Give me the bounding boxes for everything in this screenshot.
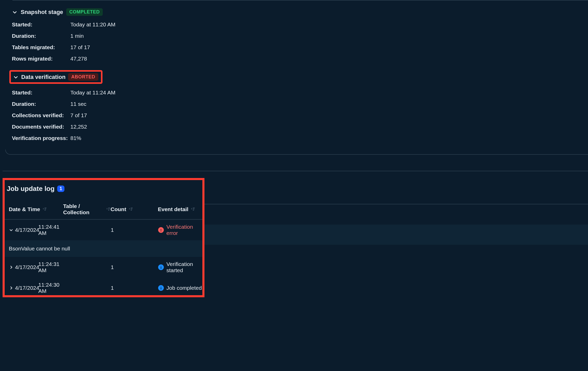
log-table-header: Date & Time Table / Collection Count Eve…: [5, 203, 202, 220]
sort-icon: [106, 207, 111, 212]
row-time: 11:24:30 AM: [38, 282, 67, 294]
svg-rect-3: [108, 208, 110, 208]
chevron-down-icon: [12, 9, 18, 15]
svg-rect-6: [131, 208, 133, 208]
row-event: i Verification started: [158, 261, 202, 273]
tables-migrated-label: Tables migrated:: [12, 44, 70, 50]
row-count: 1: [111, 285, 158, 291]
sort-icon: [190, 207, 195, 212]
row-event: i Job completed: [158, 285, 202, 291]
error-icon: !: [158, 227, 164, 233]
row-time: 11:24:41 AM: [38, 224, 67, 236]
verification-progress-value: 81%: [70, 135, 81, 141]
verification-status-badge: ABORTED: [68, 73, 98, 81]
chevron-right-icon[interactable]: [9, 265, 15, 270]
svg-rect-8: [131, 210, 132, 211]
row-date: 4/17/2024: [15, 227, 38, 233]
row-count: 1: [111, 227, 158, 233]
verification-progress-label: Verification progress:: [12, 135, 70, 141]
tables-migrated-value: 17 of 17: [70, 44, 90, 50]
sort-icon: [42, 207, 47, 212]
column-date-time[interactable]: Date & Time: [9, 206, 63, 212]
started-label: Started:: [12, 21, 70, 28]
svg-rect-2: [45, 210, 46, 211]
svg-rect-4: [108, 209, 110, 210]
log-row[interactable]: 4/17/2024 11:24:41 AM 1 ! Verification e…: [5, 220, 202, 240]
collections-verified-value: 7 of 17: [70, 112, 87, 118]
verification-details: Started: Today at 11:24 AM Duration: 11 …: [12, 90, 588, 141]
column-count[interactable]: Count: [111, 206, 158, 212]
row-expanded-detail: BsonValue cannot be null: [5, 240, 202, 257]
svg-rect-11: [193, 210, 194, 211]
started-value: Today at 11:24 AM: [70, 90, 115, 96]
sort-icon: [128, 207, 133, 212]
documents-verified-label: Documents verified:: [12, 124, 70, 130]
verification-stage-title: Data verification: [21, 74, 65, 80]
duration-value: 1 min: [70, 33, 84, 39]
verification-stage-header[interactable]: Data verification ABORTED: [9, 70, 102, 84]
log-row[interactable]: 4/17/2024 11:24:31 AM 1 i Verification s…: [5, 257, 202, 278]
collections-verified-label: Collections verified:: [12, 112, 70, 118]
job-update-log-section: Job update log 1 Date & Time Table / Col…: [3, 178, 204, 297]
row-count: 1: [111, 264, 158, 270]
info-icon: i: [158, 264, 164, 270]
row-date: 4/17/2024: [15, 264, 38, 270]
duration-value: 11 sec: [70, 101, 86, 107]
column-event-detail[interactable]: Event detail: [158, 206, 202, 212]
svg-rect-9: [193, 208, 195, 208]
row-time: 11:24:31 AM: [38, 261, 67, 273]
snapshot-stage-header[interactable]: Snapshot stage COMPLETED: [12, 8, 588, 16]
duration-label: Duration:: [12, 101, 70, 107]
chevron-down-icon: [13, 74, 19, 80]
svg-rect-10: [193, 209, 194, 210]
duration-label: Duration:: [12, 33, 70, 39]
svg-rect-0: [45, 208, 47, 208]
chevron-right-icon[interactable]: [9, 286, 15, 290]
svg-rect-7: [131, 209, 132, 210]
row-event: ! Verification error: [158, 224, 202, 236]
snapshot-status-badge: COMPLETED: [66, 8, 103, 16]
column-table-collection[interactable]: Table / Collection: [63, 203, 111, 216]
chevron-down-icon[interactable]: [9, 228, 15, 232]
row-date: 4/17/2024: [15, 285, 38, 291]
log-row[interactable]: 4/17/2024 11:24:30 AM 1 i Job completed: [5, 278, 202, 295]
svg-rect-5: [108, 210, 109, 211]
rows-migrated-value: 47,278: [70, 56, 87, 62]
snapshot-details: Started: Today at 11:20 AM Duration: 1 m…: [12, 21, 588, 62]
info-icon: i: [158, 285, 164, 291]
started-label: Started:: [12, 90, 70, 96]
job-update-log-title: Job update log: [7, 185, 55, 193]
started-value: Today at 11:20 AM: [70, 21, 115, 28]
job-update-log-count: 1: [57, 186, 64, 192]
documents-verified-value: 12,252: [70, 124, 87, 130]
rows-migrated-label: Rows migrated:: [12, 56, 70, 62]
snapshot-stage-title: Snapshot stage: [21, 9, 63, 16]
svg-rect-1: [45, 209, 46, 210]
